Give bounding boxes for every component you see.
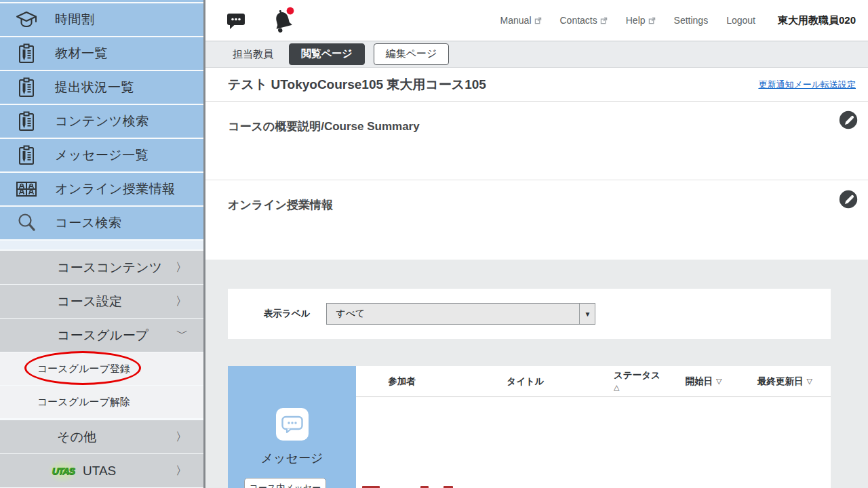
notification-dot xyxy=(287,7,294,15)
message-table-header: 参加者 タイトル ステータス △ 開始日 ▽ 最終更新日 ▽ xyxy=(356,366,831,397)
sidebar-item-course-group-remove[interactable]: コースグループ解除 xyxy=(0,386,203,418)
sidebar-item-label: コース設定 xyxy=(57,293,122,310)
notification-bell-icon[interactable] xyxy=(269,6,296,35)
utas-logo-icon: UTAS xyxy=(50,462,76,481)
role-label: 担当教員 xyxy=(233,48,273,61)
username-label: 東大用教職員020 xyxy=(778,14,856,27)
section-title: オンライン授業情報 xyxy=(228,199,333,211)
select-value: すべて xyxy=(327,308,365,320)
sidebar-item-course-group-register[interactable]: コースグループ登録 xyxy=(0,352,203,385)
sidebar-item-label: 時間割 xyxy=(55,11,95,28)
sidebar-item-label: メッセージ一覧 xyxy=(55,146,149,164)
column-status-sort[interactable]: ステータス △ xyxy=(604,370,668,392)
sidebar-item-course-search[interactable]: コース検索 xyxy=(0,207,203,239)
course-title-row: テスト UTokyoCourse105 東大用コース105 更新通知メール転送設… xyxy=(205,68,868,102)
sidebar-item-online-class[interactable]: オンライン授業情報 xyxy=(0,173,203,205)
message-card[interactable]: メッセージ コース内メッセー xyxy=(228,366,356,488)
chevron-right-icon: 〉 xyxy=(176,260,187,275)
sidebar-item-label: オンライン授業情報 xyxy=(55,180,176,198)
sidebar-item-materials[interactable]: 教材一覧 xyxy=(0,37,203,70)
section-title: コースの概要説明/Course Summary xyxy=(228,120,420,133)
display-label-label: 表示ラベル xyxy=(264,308,310,320)
sidebar-item-messages[interactable]: メッセージ一覧 xyxy=(0,139,203,171)
column-last-updated-sort[interactable]: 最終更新日 ▽ xyxy=(739,375,831,388)
dropdown-arrow-icon: ▼ xyxy=(579,304,595,324)
main-area: Manual Contacts Help Settings xyxy=(205,0,868,488)
contacts-link[interactable]: Contacts xyxy=(560,15,608,26)
sidebar-item-label: コースコンテンツ xyxy=(57,259,162,277)
display-label-select[interactable]: すべて ▼ xyxy=(326,303,595,325)
external-link-icon xyxy=(648,17,656,24)
clipboard-icon xyxy=(15,43,38,64)
sort-desc-icon: ▽ xyxy=(716,377,722,386)
sidebar-item-course-settings[interactable]: コース設定 〉 xyxy=(0,285,203,318)
tab-strip: 担当教員 閲覧ページ 編集ページ xyxy=(205,41,868,68)
edit-pencil-button[interactable] xyxy=(839,110,858,129)
sidebar-item-label: 提出状況一覧 xyxy=(55,79,134,96)
course-title: テスト UTokyoCourse105 東大用コース105 xyxy=(228,76,486,94)
message-tooltip: コース内メッセー xyxy=(244,478,326,488)
online-class-section: オンライン授業情報 xyxy=(205,180,868,260)
sidebar-item-submissions[interactable]: 提出状況一覧 xyxy=(0,71,203,104)
sidebar-item-label: コースグループ解除 xyxy=(37,396,130,409)
chevron-right-icon: 〉 xyxy=(176,463,187,479)
chevron-right-icon: 〉 xyxy=(176,429,187,445)
column-start-date-sort[interactable]: 開始日 ▽ xyxy=(668,375,739,388)
message-bubble-icon[interactable] xyxy=(226,10,246,30)
sidebar-item-course-group[interactable]: コースグループ 〉 xyxy=(0,319,203,352)
display-label-filter-panel: 表示ラベル すべて ▼ xyxy=(228,289,831,339)
sidebar-item-label: その他 xyxy=(57,428,96,446)
tab-view-page[interactable]: 閲覧ページ xyxy=(289,43,365,65)
topbar-links: Manual Contacts Help Settings xyxy=(500,14,856,27)
course-content-block: テスト UTokyoCourse105 東大用コース105 更新通知メール転送設… xyxy=(205,68,868,260)
settings-link[interactable]: Settings xyxy=(674,15,709,26)
sidebar-item-course-contents[interactable]: コースコンテンツ 〉 xyxy=(0,251,203,284)
chat-bubble-icon xyxy=(276,408,309,441)
manual-link[interactable]: Manual xyxy=(500,15,542,26)
sidebar-item-utas[interactable]: UTAS UTAS 〉 xyxy=(0,454,203,487)
sidebar-item-content-search[interactable]: コンテンツ検索 xyxy=(0,105,203,138)
course-summary-section: コースの概要説明/Course Summary xyxy=(205,102,868,180)
sidebar-item-label: コースグループ xyxy=(57,327,149,344)
sidebar-item-timetable[interactable]: 時間割 xyxy=(0,3,203,36)
video-meeting-icon xyxy=(15,178,38,200)
clipboard-icon xyxy=(15,77,38,98)
sort-asc-icon: △ xyxy=(614,383,619,391)
message-table-panel: メッセージ コース内メッセー 参加者 タイトル ステータス △ 開始日 ▽ 最終… xyxy=(228,366,831,488)
sidebar-divider xyxy=(0,241,203,249)
clipboard-icon xyxy=(15,110,38,132)
sidebar-item-others[interactable]: その他 〉 xyxy=(0,420,203,453)
sidebar-item-label: コンテンツ検索 xyxy=(55,113,149,130)
topbar: Manual Contacts Help Settings xyxy=(205,0,868,41)
external-link-icon xyxy=(600,17,608,24)
sidebar: 時間割 教材一覧 提出状況一覧 xyxy=(0,0,203,488)
message-card-label: メッセージ xyxy=(261,450,323,466)
update-notification-settings-link[interactable]: 更新通知メール転送設定 xyxy=(758,79,856,91)
sidebar-item-label: コース検索 xyxy=(55,214,121,232)
sidebar-item-label: 教材一覧 xyxy=(55,45,108,62)
edit-pencil-button[interactable] xyxy=(839,190,858,209)
sidebar-clipped-item xyxy=(0,0,203,2)
tab-edit-page[interactable]: 編集ページ xyxy=(374,43,450,65)
sidebar-item-label: コースグループ登録 xyxy=(37,363,130,375)
chevron-down-icon: 〉 xyxy=(174,329,189,341)
graduation-cap-icon xyxy=(15,9,38,30)
chevron-right-icon: 〉 xyxy=(176,293,187,309)
sort-desc-icon: ▽ xyxy=(807,377,812,386)
column-title: タイトル xyxy=(448,375,604,388)
external-link-icon xyxy=(534,17,542,24)
column-participants: 参加者 xyxy=(356,375,448,388)
help-link[interactable]: Help xyxy=(626,15,656,26)
sidebar-item-label: UTAS xyxy=(83,464,116,479)
logout-link[interactable]: Logout xyxy=(726,15,755,26)
clipboard-icon xyxy=(15,144,38,166)
search-icon xyxy=(15,211,38,235)
